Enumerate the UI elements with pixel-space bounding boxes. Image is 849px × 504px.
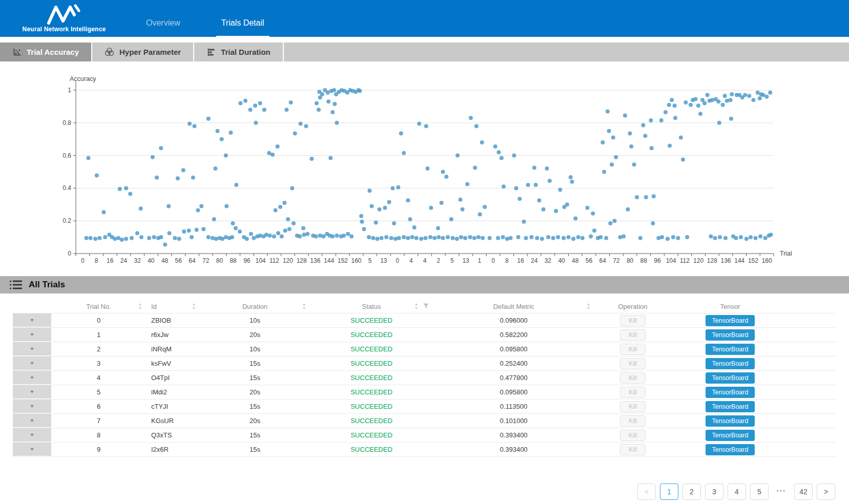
scatter-point[interactable] — [333, 102, 337, 106]
scatter-point[interactable] — [739, 235, 743, 239]
scatter-point[interactable] — [514, 186, 518, 190]
tensorboard-button[interactable]: TensorBoard — [706, 358, 755, 369]
scatter-point[interactable] — [301, 226, 305, 230]
scatter-point[interactable] — [749, 235, 753, 239]
scatter-point[interactable] — [328, 156, 333, 160]
scatter-point[interactable] — [706, 93, 710, 97]
scatter-point[interactable] — [206, 235, 211, 239]
row-expander-button[interactable]: + — [13, 371, 51, 385]
sort-icon[interactable]: ▲▼ — [587, 303, 590, 310]
scatter-point[interactable] — [224, 235, 228, 239]
sort-icon[interactable]: ▲▼ — [302, 303, 306, 310]
scatter-point[interactable] — [501, 235, 505, 239]
scatter-point[interactable] — [481, 236, 485, 240]
scatter-point[interactable] — [384, 235, 388, 239]
scatter-point[interactable] — [383, 206, 387, 210]
scatter-point[interactable] — [212, 217, 216, 221]
row-expander-button[interactable]: + — [13, 428, 51, 442]
scatter-point[interactable] — [450, 236, 454, 240]
scatter-point[interactable] — [649, 118, 653, 122]
scatter-point[interactable] — [632, 162, 636, 166]
scatter-point[interactable] — [151, 155, 155, 159]
scatter-point[interactable] — [211, 236, 215, 240]
column-header-default-metric[interactable]: Default Metric▲▼ — [433, 300, 594, 313]
scatter-point[interactable] — [425, 166, 429, 171]
scatter-point[interactable] — [455, 154, 460, 158]
scatter-point[interactable] — [635, 195, 639, 199]
scatter-point[interactable] — [249, 108, 253, 112]
scatter-point[interactable] — [522, 220, 526, 224]
scatter-point[interactable] — [113, 237, 117, 241]
scatter-point[interactable] — [545, 166, 549, 171]
scatter-point[interactable] — [689, 103, 693, 107]
scatter-point[interactable] — [723, 94, 727, 98]
scatter-point[interactable] — [417, 121, 421, 125]
scatter-point[interactable] — [299, 121, 303, 125]
scatter-point[interactable] — [214, 237, 218, 241]
column-header-trial-no-[interactable]: Trial No.▲▼ — [51, 300, 146, 313]
scatter-point[interactable] — [556, 235, 560, 239]
row-expander-button[interactable]: + — [13, 385, 51, 399]
scatter-point[interactable] — [436, 226, 440, 230]
scatter-point[interactable] — [660, 235, 664, 239]
scatter-point[interactable] — [650, 146, 654, 150]
kill-button[interactable]: Kill — [620, 387, 646, 398]
column-header-duration[interactable]: Duration▲▼ — [200, 300, 310, 313]
scatter-point[interactable] — [252, 236, 256, 240]
scatter-point[interactable] — [444, 175, 448, 179]
scatter-point[interactable] — [478, 212, 482, 216]
scatter-point[interactable] — [358, 89, 362, 93]
scatter-point[interactable] — [315, 101, 319, 106]
scatter-point[interactable] — [318, 234, 322, 238]
tensorboard-button[interactable]: TensorBoard — [706, 372, 755, 384]
scatter-point[interactable] — [264, 233, 268, 237]
scatter-point[interactable] — [118, 187, 122, 191]
scatter-point[interactable] — [441, 236, 445, 240]
scatter-point[interactable] — [651, 221, 655, 225]
scatter-point[interactable] — [286, 217, 290, 221]
scatter-point[interactable] — [626, 207, 630, 212]
scatter-point[interactable] — [97, 236, 101, 240]
scatter-point[interactable] — [290, 186, 294, 190]
scatter-point[interactable] — [540, 237, 544, 241]
scatter-point[interactable] — [441, 170, 445, 174]
page-button-5[interactable]: 5 — [750, 484, 769, 500]
scatter-point[interactable] — [412, 225, 417, 229]
scatter-point[interactable] — [387, 200, 391, 204]
scatter-point[interactable] — [245, 237, 249, 241]
scatter-point[interactable] — [629, 144, 633, 149]
scatter-point[interactable] — [679, 136, 683, 140]
scatter-point[interactable] — [342, 234, 346, 238]
scatter-point[interactable] — [135, 231, 139, 235]
kill-button[interactable]: Kill — [620, 315, 646, 326]
scatter-point[interactable] — [89, 236, 93, 240]
scatter-point[interactable] — [380, 236, 384, 240]
scatter-point[interactable] — [188, 121, 192, 125]
scatter-point[interactable] — [168, 231, 172, 235]
scatter-point[interactable] — [581, 236, 585, 240]
kill-button[interactable]: Kill — [620, 372, 646, 384]
scatter-point[interactable] — [469, 116, 473, 120]
tensorboard-button[interactable]: TensorBoard — [706, 430, 755, 441]
scatter-point[interactable] — [163, 242, 167, 246]
scatter-point[interactable] — [607, 129, 611, 133]
scatter-point[interactable] — [461, 207, 465, 212]
scatter-point[interactable] — [231, 221, 235, 225]
scatter-point[interactable] — [673, 116, 677, 120]
scatter-point[interactable] — [534, 183, 538, 187]
scatter-point[interactable] — [667, 103, 671, 107]
scatter-point[interactable] — [360, 220, 364, 224]
row-expander-button[interactable]: + — [13, 400, 51, 413]
pagination-ellipsis[interactable]: ••• — [773, 484, 790, 499]
scatter-point[interactable] — [155, 176, 159, 180]
scatter-point[interactable] — [120, 238, 124, 242]
scatter-point[interactable] — [571, 237, 575, 241]
scatter-point[interactable] — [396, 185, 400, 190]
scatter-point[interactable] — [362, 227, 366, 231]
scatter-point[interactable] — [159, 235, 163, 239]
scatter-point[interactable] — [304, 124, 308, 128]
tab-overview[interactable]: Overview — [141, 18, 185, 37]
scatter-point[interactable] — [278, 205, 282, 209]
scatter-point[interactable] — [496, 236, 500, 240]
scatter-point[interactable] — [238, 101, 242, 106]
